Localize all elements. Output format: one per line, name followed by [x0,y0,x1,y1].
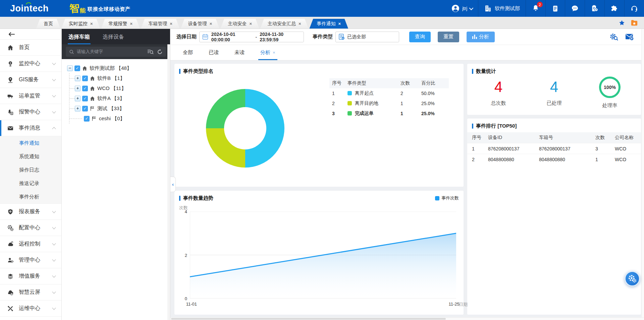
mail-export-icon[interactable] [625,33,634,41]
tab-select-device[interactable]: 选择设备 [103,34,124,44]
sidebar-item-监控中心[interactable]: 监控中心 [0,56,61,72]
sidebar-subitem-事件通知[interactable]: 事件通知 [0,136,61,150]
date-range-input[interactable]: 2024-10-01 00:00:00 - 2024-11-30 23:59:5… [199,32,304,42]
sidebar-subitem-系统通知[interactable]: 系统通知 [0,150,61,163]
plugins-button[interactable] [604,0,624,17]
tab-close-icon[interactable]: × [130,21,133,26]
favorites-folder-icon[interactable] [631,19,638,26]
messages-button[interactable] [565,0,585,17]
reset-button[interactable]: 重置 [438,32,459,42]
tab-首页[interactable]: 首页 [36,19,60,29]
tree-node-WCO[interactable]: +✓WCO 【11】 [69,83,170,93]
sidebar-subitem-操作日志[interactable]: 操作日志 [0,163,61,177]
tab-常规报警[interactable]: 常规报警× [101,19,140,29]
tab-实时监控[interactable]: 实时监控× [61,19,100,29]
panel-collapse-handle[interactable]: ‹ [170,177,176,192]
collapse-node-icon[interactable]: − [67,65,73,71]
sidebar-item-报表服务[interactable]: 报表服务 [0,204,61,220]
tree-node-软件测试部[interactable]: −✓软件测试部 【48】 [67,63,170,73]
sidebar-item-运维中心[interactable]: 运维中心 [0,301,61,317]
sidebar-item-label: 报表服务 [19,208,53,215]
notifications-button[interactable]: 2 [526,0,545,17]
tab-close-icon[interactable]: × [338,21,341,26]
tree-node-测试[interactable]: +✓测试 【33】 [69,103,170,113]
table-row[interactable]: 2804880088080488008801WCO [467,154,641,165]
tree-node-label[interactable]: 软件测试部 【48】 [90,65,132,72]
sidebar-collapse-button[interactable] [0,29,61,40]
tree-node-软件B[interactable]: +✓软件B 【1】 [69,73,170,83]
subtab-全部[interactable]: 全部 [183,45,193,60]
subtab-未读[interactable]: 未读 [234,45,245,60]
sidebar-item-配置中心[interactable]: 配置中心 [0,220,61,236]
notes-button[interactable] [545,0,565,17]
tab-close-icon[interactable]: × [299,21,301,26]
tab-close-icon[interactable]: × [170,21,172,26]
checkbox-checked[interactable]: ✓ [82,86,88,91]
tab-车箱管理[interactable]: 车箱管理× [141,19,180,29]
column-header: 公司名称 [615,135,636,141]
expand-node-icon[interactable]: + [75,76,80,81]
subtab-分析[interactable]: 分析× [260,45,275,60]
tree-node-软件A[interactable]: +✓软件A 【3】 [69,93,170,103]
sidebar-item-远程控制[interactable]: 远程控制 [0,236,61,252]
sidebar-item-首页[interactable]: 首页 [0,40,61,56]
tree-node-label[interactable]: 软件A 【3】 [97,95,125,102]
checkbox-checked[interactable]: ✓ [82,96,88,101]
tab-主动安全[interactable]: 主动安全× [220,19,259,29]
event-type-select[interactable]: 已选全部 [335,32,399,42]
tree-node-label[interactable]: 软件B 【1】 [97,75,125,82]
tree-scrollbar[interactable] [167,44,170,320]
sidebar-item-增值服务[interactable]: 增值服务 [0,268,61,284]
percent-cell: 25.0% [421,111,446,116]
expand-node-icon[interactable]: + [75,86,80,91]
org-switcher[interactable]: 软件测试部 [478,0,526,17]
quick-settings-fab[interactable] [625,271,640,286]
tab-close-icon[interactable]: × [210,21,212,26]
tab-close-icon[interactable]: × [249,21,252,26]
table-row[interactable]: 18762080001378762080001373WCO [467,143,641,154]
tree-node-ceshi[interactable]: ✓ceshi 【0】 [69,113,170,124]
content-vertical-scrollbar[interactable] [641,29,644,317]
refresh-icon[interactable] [157,49,163,55]
expand-node-icon[interactable]: + [75,106,80,111]
checkbox-checked[interactable]: ✓ [82,106,88,111]
sidebar-subitem-推送记录[interactable]: 推送记录 [0,177,61,190]
sidebar-item-运单监管[interactable]: 运单监管 [0,88,61,104]
tree-node-label[interactable]: ceshi 【0】 [99,116,125,122]
sidebar-item-智慧云屏[interactable]: 智慧云屏 [0,284,61,301]
tab-close-icon[interactable]: × [90,21,93,26]
tab-主动安全汇总[interactable]: 主动安全汇总× [260,19,309,29]
analyze-button[interactable]: 分析 [467,32,495,42]
expand-node-icon[interactable]: + [75,96,80,101]
tab-事件通知[interactable]: 事件通知× [310,19,348,29]
user-menu[interactable]: jtrj [445,0,478,17]
sidebar-item-事件消息[interactable]: 事件消息 [0,120,61,136]
tree-node-label[interactable]: 测试 【33】 [97,105,124,112]
checkbox-checked[interactable]: ✓ [84,116,90,122]
sidebar-item-管理中心[interactable]: 管理中心 [0,252,61,268]
sidebar-subitem-事件分析[interactable]: 事件分析 [0,190,61,203]
table-row[interactable]: 1离开起点250.0% [329,88,449,98]
tree-node-label[interactable]: WCO 【11】 [97,85,126,92]
checkbox-checked[interactable]: ✓ [82,76,88,81]
favorite-star-icon[interactable] [619,19,625,26]
table-row[interactable]: 2离开目的地125.0% [329,98,449,108]
sidebar-item-GIS服务[interactable]: GIS服务 [0,72,61,88]
subtab-已读[interactable]: 已读 [209,45,219,60]
advanced-search-icon[interactable] [147,49,154,55]
content-horizontal-scrollbar[interactable] [170,317,644,320]
sidebar-item-公交运营管理[interactable]: 公交运营管理 [0,317,61,320]
tab-设备管理[interactable]: 设备管理× [181,19,220,29]
query-button[interactable]: 查询 [409,32,431,42]
subtab-close-icon[interactable]: × [273,50,275,55]
search-input[interactable]: 请输入关键字 [66,47,166,57]
tab-select-vehicle[interactable]: 选择车箱 [68,34,90,44]
column-header: 次数 [595,135,615,141]
checkbox-checked[interactable]: ✓ [74,65,80,71]
support-button[interactable] [624,0,644,17]
table-header: 序号设备ID车箱号次数公司名称 [467,132,641,143]
settings-search-icon[interactable] [609,33,619,41]
table-row[interactable]: 3完成运单125.0% [329,108,449,119]
report-schedule-button[interactable] [585,0,604,17]
sidebar-item-报警中心[interactable]: 报警中心 [0,104,61,120]
